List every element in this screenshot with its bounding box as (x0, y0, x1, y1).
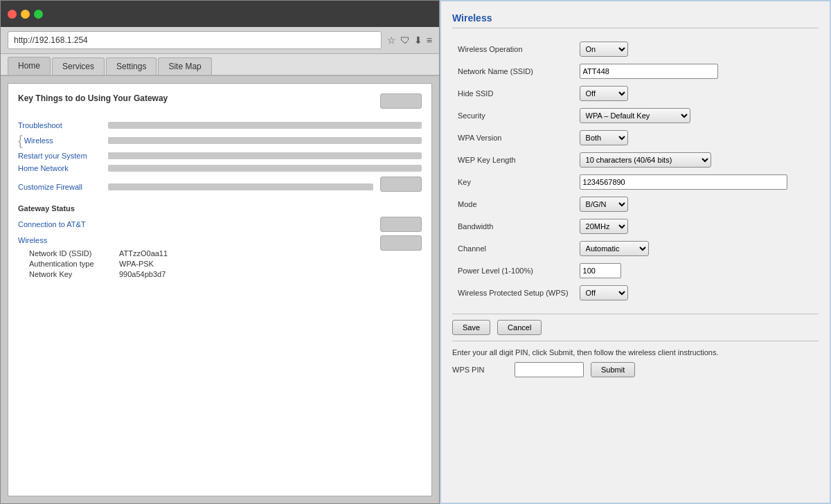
bandwidth-cell: 20MHz 40MHz (574, 215, 819, 237)
firewall-link[interactable]: Customize Firewall (18, 183, 101, 191)
save-button[interactable]: Save (452, 320, 490, 335)
network-name-input[interactable] (580, 64, 718, 79)
power-level-input[interactable] (580, 263, 621, 278)
download-icon[interactable]: ⬇ (414, 35, 422, 46)
table-row: Network Key 990a54pb3d7 (29, 270, 422, 278)
wireless-panel: Wireless Wireless Operation On Off Netwo… (440, 0, 831, 504)
channel-label: Channel (452, 237, 574, 260)
ssid-label: Network ID (SSID) (29, 249, 119, 258)
shield-icon[interactable]: 🛡 (400, 35, 410, 46)
connection-status-btn[interactable] (380, 217, 422, 232)
list-item: Home Network (18, 164, 422, 172)
bookmark-icon[interactable]: ☆ (387, 35, 396, 46)
save-cancel-row: Save Cancel (452, 314, 819, 341)
section-btn-2[interactable] (380, 177, 422, 192)
table-row: Network Name (SSID) (452, 60, 819, 82)
table-row: WPA Version Both WPA WPA2 (452, 127, 819, 149)
hide-ssid-label: Hide SSID (452, 82, 574, 105)
tab-home[interactable]: Home (8, 57, 51, 75)
brace-icon: { (18, 134, 23, 147)
mode-cell: B/G/N B/G G (574, 193, 819, 215)
ssid-value: ATTzzO0aa11 (119, 249, 168, 258)
wps-label: Wireless Protected Setup (WPS) (452, 282, 574, 304)
table-row: Hide SSID Off On (452, 82, 819, 105)
browser-nav: Home Services Settings Site Map (1, 54, 439, 76)
security-label: Security (452, 105, 574, 127)
tab-sitemap[interactable]: Site Map (158, 57, 211, 75)
list-item: { Wireless (18, 134, 422, 147)
table-row: Wireless Protected Setup (WPS) Off On (452, 282, 819, 304)
wps-pin-input[interactable] (515, 362, 584, 377)
netkey-value: 990a54pb3d7 (119, 270, 166, 278)
wps-cell: Off On (574, 282, 819, 304)
table-row: Authentication type WPA-PSK (29, 260, 422, 268)
wep-key-length-select[interactable]: 10 characters (40/64 bits) 26 characters… (580, 152, 711, 168)
table-row: Network ID (SSID) ATTzzO0aa11 (29, 249, 380, 258)
toolbar-icons: ☆ 🛡 ⬇ ≡ (387, 35, 432, 46)
minimize-button[interactable] (21, 10, 30, 19)
wpa-version-select[interactable]: Both WPA WPA2 (580, 130, 628, 145)
auth-value: WPA-PSK (119, 260, 154, 268)
table-row: Key (452, 171, 819, 193)
wireless-status-btn[interactable] (380, 235, 422, 251)
section-btn-1[interactable] (380, 93, 422, 109)
content-box: Key Things to do Using Your Gateway Trou… (8, 83, 432, 496)
security-select[interactable]: WPA – Default Key WEP None (580, 108, 690, 123)
connection-att-link[interactable]: Connection to AT&T (18, 220, 101, 228)
browser-toolbar: http://192.168.1.254 ☆ 🛡 ⬇ ≡ (1, 27, 439, 54)
bar-2 (108, 137, 422, 144)
menu-icon[interactable]: ≡ (427, 35, 432, 46)
wps-pin-row: WPS PIN Submit (452, 362, 819, 377)
browser-window: http://192.168.1.254 ☆ 🛡 ⬇ ≡ Home Servic… (0, 0, 440, 504)
security-cell: WPA – Default Key WEP None (574, 105, 819, 127)
submit-button[interactable]: Submit (591, 362, 635, 377)
table-row: Bandwidth 20MHz 40MHz (452, 215, 819, 237)
troubleshoot-link[interactable]: Troubleshoot (18, 121, 101, 129)
wireless-link[interactable]: Wireless (24, 136, 107, 145)
wireless-op-cell: On Off (574, 38, 819, 60)
wps-section: Enter your all digit PIN, click Submit, … (452, 348, 819, 377)
close-button[interactable] (8, 10, 17, 19)
key-label: Key (452, 171, 574, 193)
bar-5 (108, 183, 373, 190)
browser-titlebar (1, 1, 439, 27)
cancel-button[interactable]: Cancel (497, 320, 542, 335)
address-bar[interactable]: http://192.168.1.254 (8, 31, 382, 49)
channel-cell: Automatic 1 6 11 (574, 237, 819, 260)
bandwidth-label: Bandwidth (452, 215, 574, 237)
list-item: Restart your System (18, 152, 422, 160)
table-row: Channel Automatic 1 6 11 (452, 237, 819, 260)
wireless-op-label: Wireless Operation (452, 38, 574, 60)
hide-ssid-select[interactable]: Off On (580, 86, 628, 101)
bar-3 (108, 152, 422, 159)
gateway-status-title: Gateway Status (18, 204, 422, 213)
bandwidth-select[interactable]: 20MHz 40MHz (580, 219, 628, 234)
netkey-label: Network Key (29, 270, 119, 278)
table-row: Security WPA – Default Key WEP None (452, 105, 819, 127)
maximize-button[interactable] (34, 10, 43, 19)
mode-select[interactable]: B/G/N B/G G (580, 197, 628, 212)
wireless-panel-title: Wireless (452, 12, 819, 28)
wireless-op-select[interactable]: On Off (580, 42, 628, 57)
wps-select[interactable]: Off On (580, 285, 628, 300)
tab-services[interactable]: Services (52, 57, 105, 75)
power-level-cell (574, 260, 819, 282)
hide-ssid-cell: Off On (574, 82, 819, 105)
auth-label: Authentication type (29, 260, 119, 268)
wireless-form-table: Wireless Operation On Off Network Name (… (452, 38, 819, 304)
key-input[interactable] (580, 174, 787, 190)
tab-settings[interactable]: Settings (106, 57, 157, 75)
channel-select[interactable]: Automatic 1 6 11 (580, 241, 649, 256)
bar-1 (108, 122, 422, 129)
browser-content: Key Things to do Using Your Gateway Trou… (1, 76, 439, 503)
wpa-version-label: WPA Version (452, 127, 574, 149)
table-row: Power Level (1-100%) (452, 260, 819, 282)
network-name-cell (574, 60, 819, 82)
mode-label: Mode (452, 193, 574, 215)
restart-link[interactable]: Restart your System (18, 152, 101, 160)
wps-pin-label: WPS PIN (452, 366, 508, 374)
table-row: Wireless Operation On Off (452, 38, 819, 60)
home-network-link[interactable]: Home Network (18, 164, 101, 172)
wireless-status-link[interactable]: Wireless (18, 236, 47, 244)
power-level-label: Power Level (1-100%) (452, 260, 574, 282)
